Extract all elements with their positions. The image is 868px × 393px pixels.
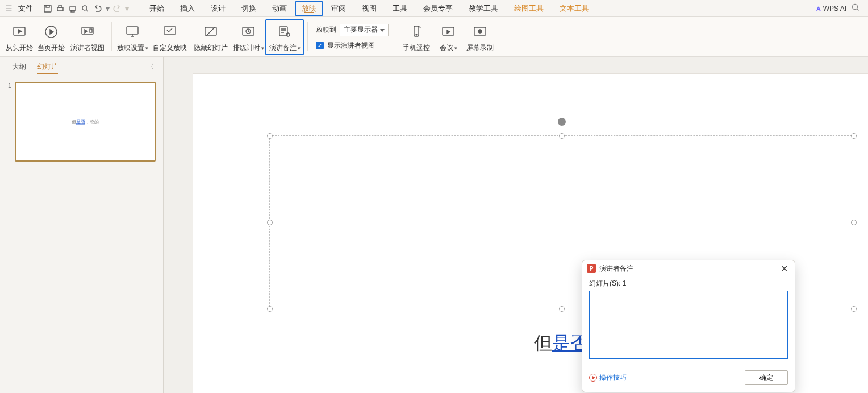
tab-animation[interactable]: 动画 bbox=[264, 0, 295, 17]
svg-point-4 bbox=[82, 6, 87, 10]
svg-rect-0 bbox=[44, 5, 51, 12]
svg-point-16 bbox=[286, 33, 290, 36]
print-quick-icon[interactable] bbox=[54, 2, 66, 15]
resize-handle[interactable] bbox=[267, 306, 273, 312]
presenter-view-button[interactable]: 演讲者视图 bbox=[67, 22, 108, 53]
tab-outline[interactable]: 大纲 bbox=[7, 57, 32, 76]
ai-icon: ᴀ bbox=[816, 4, 821, 13]
svg-rect-8 bbox=[82, 27, 93, 34]
play-current-icon bbox=[43, 24, 59, 40]
rotate-handle[interactable] bbox=[558, 118, 566, 126]
show-settings-button[interactable]: 放映设置 bbox=[115, 22, 149, 53]
tab-slides[interactable]: 幻灯片 bbox=[32, 57, 64, 76]
speaker-notes-button[interactable]: 演讲备注 bbox=[268, 22, 302, 53]
monitor-settings-icon bbox=[124, 24, 140, 40]
undo-icon[interactable] bbox=[91, 2, 104, 15]
print-preview-icon[interactable] bbox=[79, 2, 91, 15]
speaker-notes-highlight: 演讲备注 bbox=[265, 19, 304, 55]
ok-button[interactable]: 确定 bbox=[745, 370, 788, 385]
hide-slide-icon bbox=[203, 24, 219, 40]
tab-review[interactable]: 审阅 bbox=[323, 0, 354, 17]
custom-show-icon bbox=[162, 24, 178, 40]
tips-link[interactable]: 操作技巧 bbox=[589, 373, 627, 383]
svg-rect-10 bbox=[127, 27, 138, 34]
tab-insert[interactable]: 插入 bbox=[172, 0, 203, 17]
resize-handle[interactable] bbox=[559, 133, 565, 139]
tab-start[interactable]: 开始 bbox=[141, 0, 172, 17]
phone-remote-button[interactable]: 手机遥控 bbox=[400, 22, 432, 53]
main-tabs: 开始 插入 设计 切换 动画 放映 审阅 视图 工具 会员专享 教学工具 绘图工… bbox=[141, 0, 597, 17]
show-presenter-view-label: 显示演讲者视图 bbox=[327, 41, 375, 51]
slide-number-label: 幻灯片(S): 1 bbox=[589, 279, 788, 288]
tab-design[interactable]: 设计 bbox=[203, 0, 233, 17]
svg-point-18 bbox=[416, 34, 417, 35]
slide-thumbnail[interactable]: 但是否，您的 bbox=[15, 82, 156, 162]
thumbnails: 1 但是否，您的 bbox=[0, 76, 163, 393]
resize-handle[interactable] bbox=[851, 133, 857, 139]
presenter-view-checkbox[interactable]: ✓ bbox=[316, 42, 324, 49]
tips-icon bbox=[589, 374, 597, 382]
tab-view[interactable]: 视图 bbox=[354, 0, 385, 17]
menu-icon[interactable]: ☰ bbox=[2, 2, 15, 15]
divider bbox=[39, 3, 39, 14]
divider bbox=[809, 3, 809, 14]
from-current-button[interactable]: 当页开始 bbox=[35, 22, 67, 53]
workspace: 大纲 幻灯片 〈 1 但是否，您的 bbox=[0, 57, 868, 393]
tab-teaching[interactable]: 教学工具 bbox=[461, 0, 506, 17]
side-tabs: 大纲 幻灯片 〈 bbox=[0, 57, 163, 76]
resize-handle[interactable] bbox=[851, 306, 857, 312]
svg-rect-3 bbox=[71, 10, 74, 12]
meeting-icon bbox=[440, 24, 456, 40]
screen-record-button[interactable]: 屏幕录制 bbox=[464, 22, 496, 53]
hide-slide-button[interactable]: 隐藏幻灯片 bbox=[190, 22, 231, 53]
menubar-right: ᴀWPS AI bbox=[807, 3, 868, 14]
show-to-label: 放映到 bbox=[316, 25, 336, 35]
monitor-select[interactable]: 主要显示器 bbox=[340, 24, 389, 36]
resize-handle[interactable] bbox=[267, 220, 273, 225]
save-icon[interactable] bbox=[41, 2, 54, 15]
tab-slideshow[interactable]: 放映 bbox=[295, 1, 323, 16]
dialog-titlebar[interactable]: P 演讲者备注 ✕ bbox=[582, 260, 795, 276]
ribbon-divider bbox=[307, 22, 308, 51]
ribbon: 从头开始 当页开始 演讲者视图 放映设置 自定义放映 隐藏幻灯片 排练计时 bbox=[0, 17, 868, 57]
app-p-icon: P bbox=[587, 264, 596, 273]
collapse-panel-icon[interactable]: 〈 bbox=[145, 60, 156, 74]
svg-rect-1 bbox=[46, 5, 49, 7]
tab-tools[interactable]: 工具 bbox=[385, 0, 415, 17]
custom-show-button[interactable]: 自定义放映 bbox=[149, 22, 190, 53]
undo-dropdown-icon[interactable]: ▾ bbox=[104, 2, 111, 15]
tab-member[interactable]: 会员专享 bbox=[415, 0, 461, 17]
slide-canvas[interactable]: 但是否，您的 P 演讲者备注 ✕ 幻灯片(S): 1 操作技巧 确定 bbox=[164, 57, 868, 393]
slide-panel: 大纲 幻灯片 〈 1 但是否，您的 bbox=[0, 57, 164, 393]
thumbnail-number: 1 bbox=[6, 82, 11, 89]
thumbnail-row: 1 但是否，您的 bbox=[6, 82, 157, 162]
tab-drawing-tools[interactable]: 绘图工具 bbox=[506, 0, 552, 17]
file-menu[interactable]: 文件 bbox=[15, 3, 36, 14]
meeting-button[interactable]: 会议 bbox=[432, 22, 464, 53]
svg-rect-2 bbox=[70, 7, 76, 10]
ribbon-divider bbox=[111, 22, 112, 51]
monitor-group: 放映到 主要显示器 ✓ 显示演讲者视图 bbox=[311, 19, 393, 55]
timer-icon bbox=[240, 24, 256, 40]
redo-icon[interactable] bbox=[111, 2, 123, 15]
resize-handle[interactable] bbox=[267, 133, 273, 139]
redo-dropdown-icon[interactable]: ▾ bbox=[123, 2, 130, 15]
notes-textarea[interactable] bbox=[589, 291, 788, 359]
ribbon-divider bbox=[397, 22, 397, 51]
from-beginning-button[interactable]: 从头开始 bbox=[3, 22, 35, 53]
tab-transition[interactable]: 切换 bbox=[233, 0, 264, 17]
print-icon[interactable] bbox=[66, 2, 79, 15]
thumbnail-content: 但是否，您的 bbox=[72, 119, 99, 125]
record-icon bbox=[472, 24, 488, 40]
speaker-notes-dialog: P 演讲者备注 ✕ 幻灯片(S): 1 操作技巧 确定 bbox=[582, 260, 795, 392]
resize-handle[interactable] bbox=[559, 306, 565, 312]
close-icon[interactable]: ✕ bbox=[778, 263, 790, 274]
tab-text-tools[interactable]: 文本工具 bbox=[552, 0, 597, 17]
menubar: ☰ 文件 ▾ ▾ 开始 插入 设计 切换 动画 放映 审阅 视图 工具 会员专享… bbox=[0, 0, 868, 17]
search-icon[interactable] bbox=[851, 3, 860, 14]
play-from-start-icon bbox=[11, 24, 27, 40]
svg-rect-9 bbox=[90, 29, 92, 32]
resize-handle[interactable] bbox=[851, 220, 857, 225]
rehearse-timings-button[interactable]: 排练计时 bbox=[231, 22, 265, 53]
wps-ai-button[interactable]: ᴀWPS AI bbox=[816, 4, 846, 13]
